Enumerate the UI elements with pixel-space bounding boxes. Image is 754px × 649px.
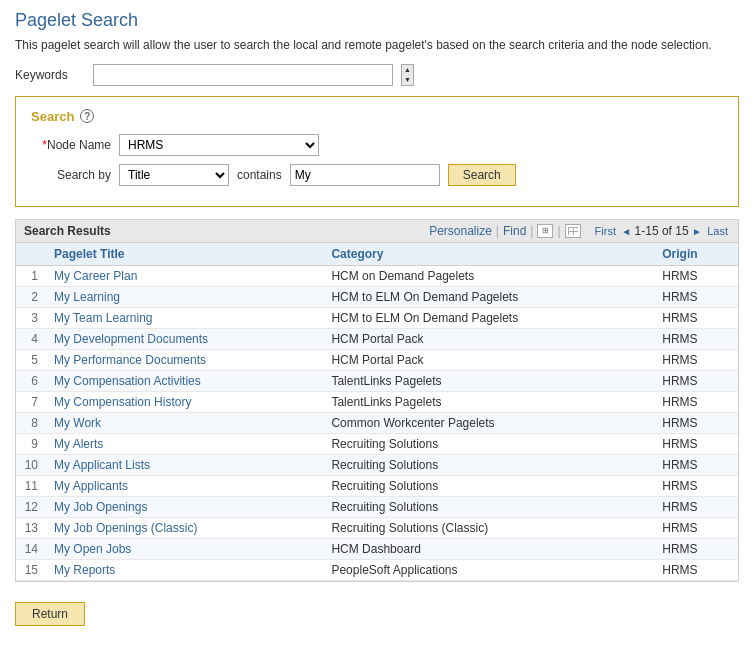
- row-num: 9: [16, 433, 46, 454]
- nav-controls: First ◄ 1-15 of 15 ► Last: [593, 224, 730, 238]
- pagelet-title-link[interactable]: My Career Plan: [54, 269, 137, 283]
- row-title: My Performance Documents: [46, 349, 323, 370]
- find-link[interactable]: Find: [503, 224, 526, 238]
- pagelet-title-link[interactable]: My Work: [54, 416, 101, 430]
- node-name-row: *Node Name HRMS: [31, 134, 723, 156]
- return-button[interactable]: Return: [15, 602, 85, 626]
- search-button[interactable]: Search: [448, 164, 516, 186]
- prev-arrow[interactable]: ◄: [621, 226, 631, 237]
- table-row: 1My Career PlanHCM on Demand PageletsHRM…: [16, 265, 738, 286]
- row-num: 4: [16, 328, 46, 349]
- row-title: My Work: [46, 412, 323, 433]
- table-row: 11My ApplicantsRecruiting SolutionsHRMS: [16, 475, 738, 496]
- node-name-select[interactable]: HRMS: [119, 134, 319, 156]
- col-header-title: Pagelet Title: [46, 243, 323, 266]
- row-title: My Open Jobs: [46, 538, 323, 559]
- help-icon[interactable]: ?: [80, 109, 94, 123]
- row-origin: HRMS: [654, 307, 738, 328]
- search-by-label: Search by: [31, 168, 111, 182]
- table-row: 9My AlertsRecruiting SolutionsHRMS: [16, 433, 738, 454]
- results-header: Search Results Personalize | Find | ⊞ | …: [16, 220, 738, 243]
- pagelet-title-link[interactable]: My Compensation Activities: [54, 374, 201, 388]
- pagelet-title-link[interactable]: My Team Learning: [54, 311, 153, 325]
- page-title: Pagelet Search: [15, 10, 739, 31]
- contains-input[interactable]: [290, 164, 440, 186]
- table-row: 12My Job OpeningsRecruiting SolutionsHRM…: [16, 496, 738, 517]
- col-header-num: [16, 243, 46, 266]
- results-title: Search Results: [24, 224, 111, 238]
- keywords-row: Keywords ▲ ▼: [15, 64, 739, 86]
- row-title: My Team Learning: [46, 307, 323, 328]
- row-num: 5: [16, 349, 46, 370]
- row-origin: HRMS: [654, 370, 738, 391]
- row-origin: HRMS: [654, 328, 738, 349]
- table-row: 13My Job Openings (Classic)Recruiting So…: [16, 517, 738, 538]
- row-title: My Career Plan: [46, 265, 323, 286]
- row-category: TalentLinks Pagelets: [323, 370, 654, 391]
- col-header-origin: Origin: [654, 243, 738, 266]
- keywords-input[interactable]: [93, 64, 393, 86]
- row-origin: HRMS: [654, 286, 738, 307]
- row-origin: HRMS: [654, 496, 738, 517]
- row-category: PeopleSoft Applications: [323, 559, 654, 580]
- table-row: 15My ReportsPeopleSoft ApplicationsHRMS: [16, 559, 738, 580]
- row-title: My Learning: [46, 286, 323, 307]
- pagelet-title-link[interactable]: My Job Openings (Classic): [54, 521, 197, 535]
- grid-icon[interactable]: [565, 224, 581, 238]
- results-controls: Personalize | Find | ⊞ | First ◄ 1-15 of…: [429, 224, 730, 238]
- row-num: 15: [16, 559, 46, 580]
- pagelet-title-link[interactable]: My Performance Documents: [54, 353, 206, 367]
- pagelet-title-link[interactable]: My Compensation History: [54, 395, 191, 409]
- required-star: *: [42, 138, 47, 152]
- row-num: 8: [16, 412, 46, 433]
- row-title: My Compensation History: [46, 391, 323, 412]
- last-button[interactable]: Last: [705, 225, 730, 237]
- row-title: My Applicant Lists: [46, 454, 323, 475]
- table-row: 2My LearningHCM to ELM On Demand Pagelet…: [16, 286, 738, 307]
- search-panel-title: Search: [31, 109, 74, 124]
- row-origin: HRMS: [654, 265, 738, 286]
- row-category: Recruiting Solutions: [323, 496, 654, 517]
- first-button[interactable]: First: [593, 225, 618, 237]
- row-category: HCM to ELM On Demand Pagelets: [323, 286, 654, 307]
- row-num: 3: [16, 307, 46, 328]
- row-num: 6: [16, 370, 46, 391]
- row-num: 10: [16, 454, 46, 475]
- row-category: Common Workcenter Pagelets: [323, 412, 654, 433]
- row-category: HCM on Demand Pagelets: [323, 265, 654, 286]
- pagelet-title-link[interactable]: My Job Openings: [54, 500, 147, 514]
- table-row: 5My Performance DocumentsHCM Portal Pack…: [16, 349, 738, 370]
- table-row: 3My Team LearningHCM to ELM On Demand Pa…: [16, 307, 738, 328]
- pagelet-title-link[interactable]: My Applicants: [54, 479, 128, 493]
- table-row: 10My Applicant ListsRecruiting Solutions…: [16, 454, 738, 475]
- personalize-link[interactable]: Personalize: [429, 224, 492, 238]
- view-icon[interactable]: ⊞: [537, 224, 553, 238]
- row-title: My Development Documents: [46, 328, 323, 349]
- pagelet-title-link[interactable]: My Alerts: [54, 437, 103, 451]
- row-num: 2: [16, 286, 46, 307]
- row-num: 14: [16, 538, 46, 559]
- contains-label: contains: [237, 168, 282, 182]
- row-category: HCM Portal Pack: [323, 328, 654, 349]
- row-num: 11: [16, 475, 46, 496]
- table-header: Pagelet Title Category Origin: [16, 243, 738, 266]
- row-origin: HRMS: [654, 559, 738, 580]
- pagelet-title-link[interactable]: My Development Documents: [54, 332, 208, 346]
- pagelet-title-link[interactable]: My Applicant Lists: [54, 458, 150, 472]
- table-row: 7My Compensation HistoryTalentLinks Page…: [16, 391, 738, 412]
- table-row: 6My Compensation ActivitiesTalentLinks P…: [16, 370, 738, 391]
- keywords-spinner[interactable]: ▲ ▼: [401, 64, 414, 86]
- node-name-label: *Node Name: [31, 138, 111, 152]
- row-num: 1: [16, 265, 46, 286]
- search-by-select[interactable]: Title: [119, 164, 229, 186]
- next-arrow[interactable]: ►: [692, 226, 702, 237]
- pagelet-title-link[interactable]: My Open Jobs: [54, 542, 131, 556]
- pagelet-title-link[interactable]: My Learning: [54, 290, 120, 304]
- row-title: My Applicants: [46, 475, 323, 496]
- results-tbody: 1My Career PlanHCM on Demand PageletsHRM…: [16, 265, 738, 580]
- col-header-category: Category: [323, 243, 654, 266]
- pagelet-title-link[interactable]: My Reports: [54, 563, 115, 577]
- row-title: My Compensation Activities: [46, 370, 323, 391]
- row-category: Recruiting Solutions: [323, 475, 654, 496]
- row-category: Recruiting Solutions (Classic): [323, 517, 654, 538]
